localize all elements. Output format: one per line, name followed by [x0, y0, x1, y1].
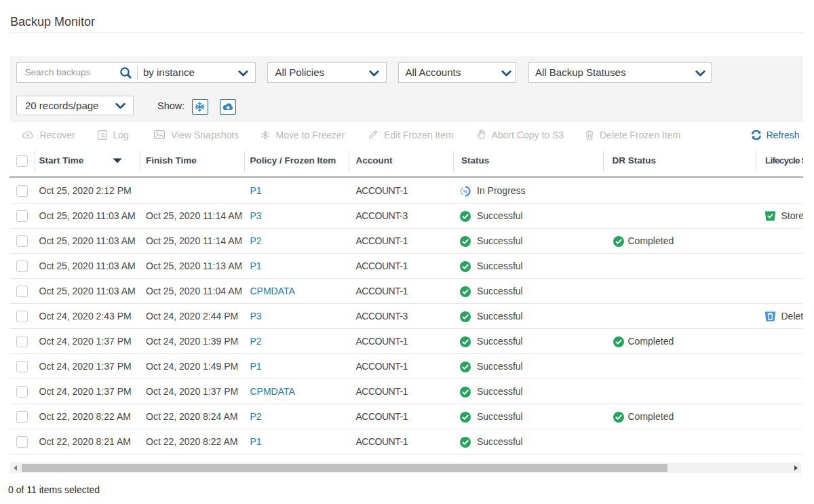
svg-text:%: %: [463, 188, 468, 194]
